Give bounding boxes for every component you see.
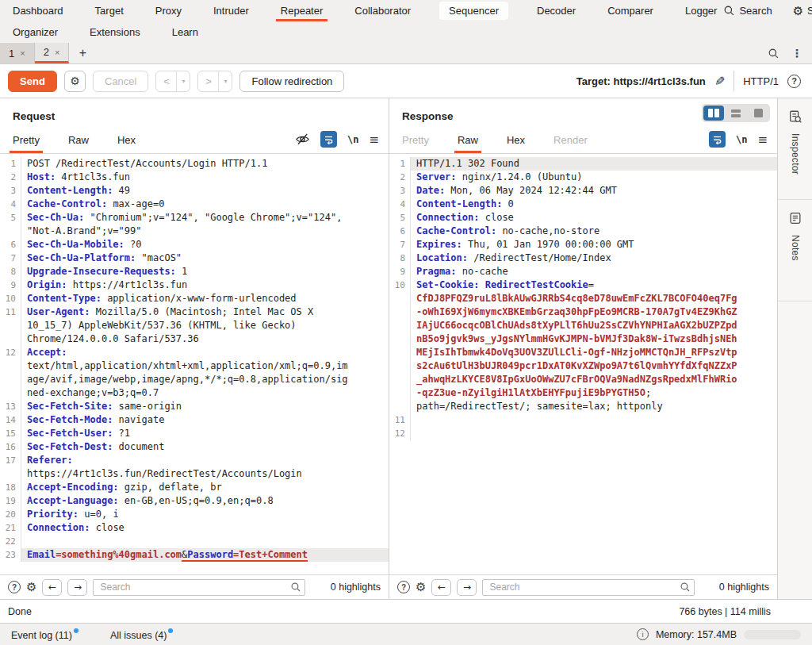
code-line[interactable]: 14Sec-Fetch-Mode: navigate [0, 413, 389, 427]
code-line[interactable]: 19Accept-Language: en-GB,en-US;q=0.9,en;… [0, 494, 389, 508]
soft-wrap-toggle[interactable] [709, 131, 726, 148]
code-line[interactable]: 11User-Agent: Mozilla/5.0 (Macintosh; In… [0, 305, 389, 319]
code-line[interactable]: text/html,application/xhtml+xml,applicat… [0, 359, 389, 373]
nav-item-collaborator[interactable]: Collaborator [351, 2, 414, 19]
code-line[interactable]: 6Sec-Ch-Ua-Mobile: ?0 [0, 238, 389, 251]
code-line[interactable]: age/avif,image/webp,image/apng,*/*;q=0.8… [0, 373, 389, 386]
nav-item-organizer[interactable]: Organizer [10, 24, 61, 40]
code-line[interactable]: 1HTTP/1.1 302 Found [389, 157, 777, 171]
gear-icon[interactable]: ⚙ [26, 580, 36, 594]
code-line[interactable]: 16Sec-Fetch-Dest: document [0, 440, 389, 454]
view-tab-hex[interactable]: Hex [507, 134, 525, 153]
code-line[interactable]: 1POST /RedirectTest/Accounts/Login HTTP/… [0, 157, 389, 171]
code-line[interactable]: 10Content-Type: application/x-www-form-u… [0, 292, 389, 305]
code-line[interactable]: nB5o9jgvk9ws_yJgsNYlmmHGvKJMPN-bVMJf3Dak… [389, 332, 777, 346]
code-line[interactable]: s2cAu6tUlH3bUJR049pcr1DxAT0KvXZWpo9A7t6l… [389, 359, 777, 373]
response-editor[interactable]: 1HTTP/1.1 302 Found2Server: nginx/1.24.0… [389, 154, 777, 574]
nav-item-repeater[interactable]: Repeater [278, 2, 326, 19]
code-line[interactable]: 5Connection: close [389, 211, 777, 225]
code-line[interactable]: 2Host: 4rt1cl3s.fun [0, 171, 389, 184]
code-line[interactable]: 7Sec-Ch-Ua-Platform: "macOS" [0, 251, 389, 265]
code-line[interactable]: 9Pragma: no-cache [389, 265, 777, 278]
editor-menu-icon[interactable]: ≡ [757, 132, 768, 147]
code-line[interactable]: 3Date: Mon, 06 May 2024 12:42:44 GMT [389, 184, 777, 198]
code-line[interactable]: 21Connection: close [0, 521, 389, 535]
code-line[interactable]: 6Cache-Control: no-cache,no-store [389, 225, 777, 238]
code-line[interactable]: 17Referer: [0, 454, 389, 467]
code-line[interactable]: https://4rt1cl3s.fun/RedirectTest/Accoun… [0, 467, 389, 481]
gear-icon[interactable]: ⚙ [416, 580, 426, 594]
code-line[interactable]: -qzZ3ue-nZyilgiH1lAtXbEHYFpujiE9bPYGTH5O… [389, 386, 777, 400]
code-line[interactable]: 11 [389, 413, 777, 427]
code-line[interactable]: -oWhI69XjW6mymcXBKEmbGrzaq30hpFpEo9MCRB-… [389, 305, 777, 319]
view-tab-hex[interactable]: Hex [117, 134, 136, 153]
nav-item-proxy[interactable]: Proxy [152, 2, 185, 19]
nav-item-logger[interactable]: Logger [682, 2, 720, 19]
edit-target-icon[interactable]: ✎ [714, 74, 725, 89]
send-settings-button[interactable]: ⚙ [64, 71, 86, 92]
search-tabs-icon[interactable] [768, 48, 779, 60]
find-next-button[interactable]: → [67, 579, 87, 596]
code-line[interactable]: 5Sec-Ch-Ua: "Chromium";v="124", "Google … [0, 211, 389, 225]
code-line[interactable]: 13Sec-Fetch-Site: same-origin [0, 400, 389, 413]
soft-wrap-toggle[interactable] [320, 131, 337, 148]
layout-columns-button[interactable] [703, 106, 724, 121]
code-line[interactable]: 4Cache-Control: max-age=0 [0, 198, 389, 211]
notes-tab[interactable]: Notes [778, 200, 812, 301]
code-line[interactable]: ned-exchange;v=b3;q=0.7 [0, 386, 389, 400]
code-line[interactable]: "Not-A.Brand";v="99" [0, 225, 389, 238]
code-line[interactable]: 12Accept: [0, 346, 389, 359]
code-line[interactable]: 9Origin: https://4rt1cl3s.fun [0, 278, 389, 292]
view-tab-render[interactable]: Render [553, 134, 588, 153]
tab-menu-icon[interactable]: ⋮ [791, 47, 802, 60]
nav-item-learn[interactable]: Learn [169, 24, 201, 40]
event-log-button[interactable]: Event log (11) [11, 628, 79, 641]
repeater-tab-1[interactable]: 1× [0, 43, 35, 63]
view-tab-pretty[interactable]: Pretty [402, 134, 429, 153]
view-tab-raw[interactable]: Raw [68, 134, 89, 153]
code-line[interactable]: CfDJ8PFQZ9ruL8lBkAUwGJRRbS4cq8eD78uwEmFc… [389, 292, 777, 305]
chevron-down-icon[interactable]: ▾ [218, 71, 232, 91]
layout-rows-button[interactable] [726, 106, 746, 121]
nav-item-sequencer[interactable]: Sequencer [439, 2, 508, 20]
code-line[interactable]: 7Expires: Thu, 01 Jan 1970 00:00:00 GMT [389, 238, 777, 251]
nav-item-dashboard[interactable]: Dashboard [10, 2, 67, 19]
nav-item-target[interactable]: Target [92, 2, 127, 19]
layout-single-button[interactable] [748, 106, 768, 121]
code-line[interactable]: Chrome/124.0.0.0 Safari/537.36 [0, 332, 389, 346]
code-line[interactable]: 23Email=something%40gmail.com&Password=T… [0, 548, 389, 562]
nav-item-comparer[interactable]: Comparer [604, 2, 657, 19]
view-tab-pretty[interactable]: Pretty [13, 134, 40, 153]
nav-item-extensions[interactable]: Extensions [86, 24, 144, 40]
add-tab-button[interactable]: + [69, 43, 96, 63]
code-line[interactable]: 8Location: /RedirectTest/Home/Index [389, 251, 777, 265]
close-icon[interactable]: × [20, 48, 25, 58]
find-previous-button[interactable]: ← [431, 579, 451, 596]
show-newlines-toggle[interactable]: \n [736, 134, 747, 145]
code-line[interactable]: _ahwqHzLKYCE8V8IpGxUoOWwZU7cFBrOQVa9NadN… [389, 373, 777, 386]
code-line[interactable]: 10Set-Cookie: RedirectTestCookie= [389, 278, 777, 292]
response-search-input[interactable] [482, 579, 695, 596]
help-icon[interactable]: ? [8, 581, 21, 593]
view-tab-raw[interactable]: Raw [458, 134, 478, 153]
code-line[interactable]: IAjUC66ocqcOBlChUAds8tXyPLlT6hUu2SsCZVhY… [389, 319, 777, 332]
help-icon[interactable]: ? [397, 581, 410, 593]
nav-search[interactable]: Search [720, 2, 775, 19]
nav-item-decoder[interactable]: Decoder [534, 2, 579, 19]
code-line[interactable]: 3Content-Length: 49 [0, 184, 389, 198]
repeater-tab-2[interactable]: 2× [35, 43, 70, 63]
history-back-split-button[interactable]: < ▾ [155, 71, 190, 92]
code-line[interactable]: 15Sec-Fetch-User: ?1 [0, 427, 389, 440]
code-line[interactable]: 12 [389, 427, 777, 440]
show-newlines-toggle[interactable]: \n [347, 134, 358, 145]
find-previous-button[interactable]: ← [42, 579, 62, 596]
code-line[interactable]: path=/RedirectTest/; samesite=lax; httpo… [389, 400, 777, 413]
follow-redirection-button[interactable]: Follow redirection [239, 71, 344, 92]
request-search-input[interactable] [93, 579, 305, 596]
inspector-tab[interactable]: Inspector [778, 98, 812, 200]
editor-menu-icon[interactable]: ≡ [369, 132, 379, 147]
code-line[interactable]: 4Content-Length: 0 [389, 198, 777, 211]
nav-item-intruder[interactable]: Intruder [210, 2, 252, 19]
cancel-button[interactable]: Cancel [93, 71, 148, 92]
request-editor[interactable]: 1POST /RedirectTest/Accounts/Login HTTP/… [0, 154, 389, 574]
